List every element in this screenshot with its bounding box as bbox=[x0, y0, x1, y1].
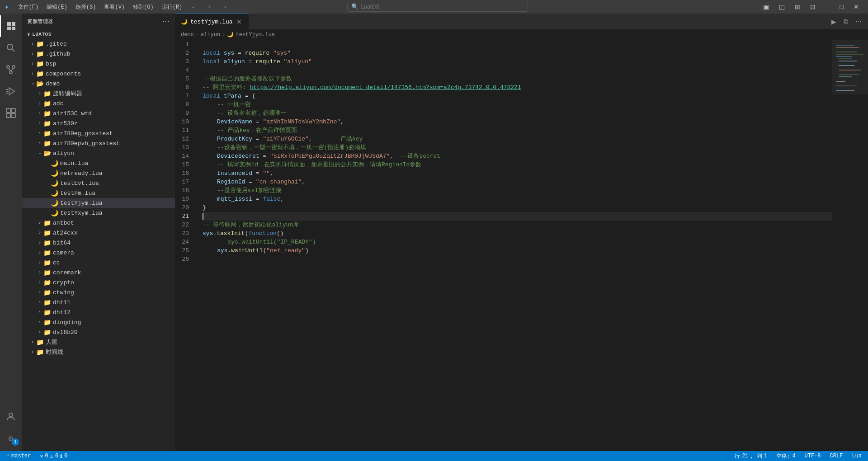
maximize-button[interactable]: □ bbox=[835, 1, 848, 12]
error-indicator[interactable]: ✕ 0 ⚠ 0 ℹ 0 bbox=[38, 453, 69, 460]
activity-extensions[interactable] bbox=[0, 102, 22, 124]
tree-item-air780eg[interactable]: › 📁 air780eg_gnsstest bbox=[22, 128, 175, 138]
activity-settings[interactable]: ⚙ 1 bbox=[0, 428, 22, 449]
info-count: 0 bbox=[64, 453, 67, 459]
tree-item-testyjym-lua[interactable]: › 🌙 testYjym.lua bbox=[22, 198, 175, 208]
line-col-indicator[interactable]: 行 21 , 列 1 bbox=[733, 452, 769, 460]
run-button[interactable]: ▶ bbox=[829, 17, 839, 26]
tree-item-dingding[interactable]: › 📁 dingding bbox=[22, 317, 175, 327]
tree-item-ds18b20[interactable]: › 📁 ds18b20 bbox=[22, 327, 175, 337]
code-line-14: DeviceSecret = "5iRxTePbEMguOuZqltZrJBR0… bbox=[203, 152, 832, 160]
search-icon: 🔍 bbox=[351, 3, 359, 10]
activity-account[interactable] bbox=[0, 406, 22, 428]
tree-item-antbot[interactable]: › 📁 antbot bbox=[22, 218, 175, 228]
code-line-21 bbox=[203, 212, 832, 221]
sidebar-title: 资源管理器 bbox=[27, 18, 53, 25]
tree-item-dht11[interactable]: › 📁 dht11 bbox=[22, 297, 175, 307]
svg-rect-11 bbox=[6, 108, 10, 113]
nav-back-button[interactable]: ← bbox=[205, 2, 217, 11]
search-input[interactable] bbox=[361, 4, 524, 10]
tree-item-air780epvh[interactable]: › 📁 air780epvh_gnsstest bbox=[22, 138, 175, 148]
menu-file[interactable]: 文件(F) bbox=[14, 2, 42, 12]
code-line-19: mqtt_isssl = false, bbox=[203, 195, 832, 203]
layout-btn-2[interactable]: ◫ bbox=[774, 1, 789, 12]
activity-run-debug[interactable] bbox=[0, 80, 22, 102]
activity-search[interactable] bbox=[0, 37, 22, 59]
tree-item-components[interactable]: › 📁 components bbox=[22, 69, 175, 79]
tree-item-air153c[interactable]: › 📁 air153C_wtd bbox=[22, 108, 175, 118]
svg-rect-13 bbox=[6, 113, 10, 118]
menu-goto[interactable]: 转到(G) bbox=[129, 2, 157, 12]
branch-indicator[interactable]: ⑂ master bbox=[5, 453, 33, 459]
breadcrumb-file[interactable]: testYjym.lua bbox=[236, 32, 274, 38]
status-bar-left: ⑂ master ✕ 0 ⚠ 0 ℹ 0 bbox=[5, 453, 69, 460]
tree-item-dht12[interactable]: › 📁 dht12 bbox=[22, 307, 175, 317]
menu-edit[interactable]: 编辑(E) bbox=[43, 2, 71, 12]
root-folder[interactable]: ∨ LUATOS bbox=[22, 29, 175, 39]
code-content[interactable]: local sys = require "sys" local aliyun =… bbox=[198, 40, 832, 451]
menu-more[interactable]: … bbox=[187, 2, 197, 12]
activity-explorer[interactable] bbox=[0, 15, 22, 37]
tree-item-gitee[interactable]: › 📁 .gitee bbox=[22, 39, 175, 49]
line-numbers: 1 2 3 4 5 6 7 8 9 10 11 12 13 14 15 16 1… bbox=[175, 40, 198, 451]
breadcrumb-aliyun[interactable]: aliyun bbox=[201, 32, 220, 38]
layout-btn-4[interactable]: ⊟ bbox=[806, 1, 820, 12]
minimize-button[interactable]: ─ bbox=[821, 1, 835, 12]
tree-item-cc[interactable]: › 📁 cc bbox=[22, 258, 175, 268]
tab-close-button[interactable]: ✕ bbox=[236, 18, 243, 25]
split-editor-button[interactable]: ⧉ bbox=[841, 17, 851, 26]
code-line-20: } bbox=[203, 203, 832, 212]
tree-item-main-lua[interactable]: › 🌙 main.lua bbox=[22, 158, 175, 168]
tab-file-icon: 🌙 bbox=[181, 19, 188, 25]
spaces-indicator[interactable]: 空格: 4 bbox=[774, 452, 797, 460]
tree-item-coremark[interactable]: › 📁 coremark bbox=[22, 268, 175, 278]
layout-btn-3[interactable]: ⊞ bbox=[790, 1, 805, 12]
tab-actions: ▶ ⧉ ⋯ bbox=[825, 17, 868, 26]
encoding-value: UTF-8 bbox=[805, 453, 821, 459]
line-ending-indicator[interactable]: CRLF bbox=[828, 453, 845, 459]
code-line-6: -- 阿里云资料: https://help.aliyun.com/docume… bbox=[203, 83, 832, 92]
tree-item-testyxym-lua[interactable]: › 🌙 testYxym.lua bbox=[22, 208, 175, 218]
tree-item-at24cxx[interactable]: › 📁 at24cxx bbox=[22, 228, 175, 238]
tree-item-air530z[interactable]: › 📁 air530z bbox=[22, 118, 175, 128]
code-line-22: -- 等待联网，然后初始化aliyun库 bbox=[203, 221, 832, 229]
tree-item-dawu[interactable]: › 📁 大屋 bbox=[22, 337, 175, 347]
tree-item-netready-lua[interactable]: › 🌙 netready.lua bbox=[22, 168, 175, 178]
code-line-5: --根据自己的服务器修改以下参数 bbox=[203, 75, 832, 83]
menu-select[interactable]: 选择(S) bbox=[72, 2, 100, 12]
code-line-10: DeviceName = "azNhIbNNTdsVwY2mhZno", bbox=[203, 118, 832, 126]
language-indicator[interactable]: Lua bbox=[850, 453, 863, 459]
tree-item-adc[interactable]: › 📁 adc bbox=[22, 99, 175, 108]
tree-item-crypto[interactable]: › 📁 crypto bbox=[22, 278, 175, 287]
tree-item-camera[interactable]: › 📁 camera bbox=[22, 248, 175, 258]
tree-item-testevt-lua[interactable]: › 🌙 testEvt.lua bbox=[22, 178, 175, 188]
search-bar[interactable]: 🔍 bbox=[347, 2, 528, 12]
tree-item-testpm-lua[interactable]: › 🌙 testPm.lua bbox=[22, 188, 175, 198]
nav-forward-button[interactable]: → bbox=[218, 2, 230, 11]
activity-source-control[interactable] bbox=[0, 59, 22, 80]
tree-item-bsp[interactable]: › 📁 bsp bbox=[22, 59, 175, 69]
tree-item-bit64[interactable]: › 📁 bit64 bbox=[22, 238, 175, 248]
encoding-indicator[interactable]: UTF-8 bbox=[803, 453, 823, 459]
tab-testyjym[interactable]: 🌙 testYjym.lua ✕ bbox=[175, 14, 249, 29]
breadcrumb-demo[interactable]: demo bbox=[181, 32, 194, 38]
tree-item-aliyun[interactable]: › 📂 aliyun bbox=[22, 148, 175, 158]
sidebar-header: 资源管理器 ⋯ bbox=[22, 14, 175, 29]
sidebar-more-button[interactable]: ⋯ bbox=[162, 17, 170, 26]
svg-point-3 bbox=[12, 66, 15, 68]
tree-item-shijian[interactable]: › 📁 时间线 bbox=[22, 347, 175, 357]
tree-item-demo[interactable]: › 📂 demo bbox=[22, 79, 175, 89]
breadcrumb: demo › aliyun › 🌙 testYjym.lua bbox=[175, 29, 868, 40]
nav-buttons: ← → bbox=[205, 2, 230, 11]
tab-label: testYjym.lua bbox=[190, 19, 233, 25]
tree-item-ctwing[interactable]: › 📁 ctwing bbox=[22, 287, 175, 297]
code-editor[interactable]: 1 2 3 4 5 6 7 8 9 10 11 12 13 14 15 16 1… bbox=[175, 40, 868, 451]
menu-run[interactable]: 运行(R) bbox=[158, 2, 186, 12]
more-actions-button[interactable]: ⋯ bbox=[853, 17, 864, 26]
menu-view[interactable]: 查看(V) bbox=[100, 2, 128, 12]
svg-rect-12 bbox=[11, 108, 15, 113]
close-button[interactable]: ✕ bbox=[849, 1, 863, 12]
tree-item-xuanzhuanbianmar[interactable]: › 📁 旋转编码器 bbox=[22, 89, 175, 99]
tree-item-github[interactable]: › 📁 .github bbox=[22, 49, 175, 59]
layout-btn-1[interactable]: ▣ bbox=[759, 1, 774, 12]
